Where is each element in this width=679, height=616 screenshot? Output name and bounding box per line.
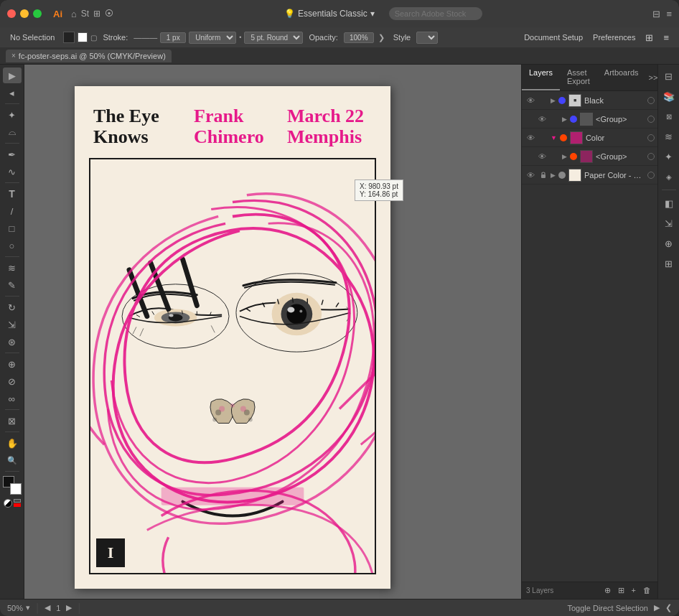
delete-layer-icon[interactable]: 🗑 xyxy=(641,585,653,596)
move-to-layer-icon[interactable]: ⊞ xyxy=(616,585,627,596)
chart-tool[interactable]: ⊠ xyxy=(3,413,22,429)
type-tool[interactable]: T xyxy=(3,186,22,202)
none-swatch[interactable] xyxy=(14,499,21,508)
more-icon[interactable]: ≡ xyxy=(666,9,672,19)
layer-color-group[interactable]: 👁 ▶ <Group> xyxy=(522,147,657,166)
stroke-value-input[interactable] xyxy=(160,32,186,43)
stroke-type-dropdown[interactable]: Uniform xyxy=(189,32,236,44)
transform-icon[interactable]: ⇲ xyxy=(660,215,678,232)
magic-wand-tool[interactable]: ✦ xyxy=(3,107,22,123)
right-icon-strip: ⊟ 📚 ⊠ ≋ ✦ ◈ ◧ ⇲ ⊕ ⊞ xyxy=(657,65,679,599)
arrange-icon[interactable]: ⊟ xyxy=(652,9,660,19)
layer-paper-color[interactable]: 👁 ▶ Paper Color - DO NOT PRINT xyxy=(522,166,657,185)
layer-color-visibility[interactable]: 👁 xyxy=(525,132,536,144)
search-stock-input[interactable] xyxy=(389,7,482,20)
broadcast-icon[interactable]: ⦿ xyxy=(105,9,113,19)
pen-tool[interactable]: ✒ xyxy=(3,146,22,162)
layer-color-group-expand[interactable]: ▶ xyxy=(562,153,567,160)
asset-export-tab[interactable]: Asset Export xyxy=(560,65,597,90)
color-mode-toggle[interactable] xyxy=(4,499,12,508)
selection-tool[interactable]: ▶ xyxy=(3,67,22,83)
layer-paper-visibility[interactable]: 👁 xyxy=(525,169,536,181)
tool-sep-6 xyxy=(5,353,19,353)
stroke-color-box[interactable] xyxy=(10,483,22,495)
layer-color-group-visibility[interactable]: 👁 xyxy=(536,151,548,162)
svg-line-26 xyxy=(246,309,250,312)
scale-tool[interactable]: ⇲ xyxy=(3,317,22,332)
direct-selection-tool[interactable]: ◂ xyxy=(3,85,22,101)
maximize-button[interactable] xyxy=(33,9,42,18)
curvature-tool[interactable]: ∿ xyxy=(3,164,22,179)
close-button[interactable] xyxy=(7,9,16,18)
line-segment-tool[interactable]: / xyxy=(3,203,22,219)
tab-close-icon[interactable]: × xyxy=(11,52,16,60)
appearance-icon[interactable]: ◧ xyxy=(660,195,678,212)
layer-color-expand[interactable]: ▼ xyxy=(551,134,557,141)
blend-tool[interactable]: ∞ xyxy=(3,391,22,406)
zoom-dropdown-icon[interactable]: ▾ xyxy=(26,603,30,612)
pathfinder-icon[interactable]: ⊕ xyxy=(660,235,678,252)
swatches-icon[interactable]: ⊠ xyxy=(660,108,678,125)
zoom-tool[interactable]: 🔍 xyxy=(3,452,22,468)
layer-black-group[interactable]: 👁 ▶ <Group> xyxy=(522,110,657,129)
layer-black-target[interactable] xyxy=(647,97,655,104)
no-selection-label: No Selection xyxy=(6,31,59,44)
symbols-icon[interactable]: ✦ xyxy=(660,148,678,165)
align-icon[interactable]: ⊞ xyxy=(660,255,678,272)
brush-dropdown[interactable]: 5 pt. Round xyxy=(244,32,303,44)
layer-black[interactable]: 👁 ▶ ■ Black xyxy=(522,91,657,110)
file-tab[interactable]: × fc-poster-seps.ai @ 50% (CMYK/Preview) xyxy=(6,50,172,62)
minimize-button[interactable] xyxy=(20,9,29,18)
svg-line-29 xyxy=(292,298,293,303)
essentials-dropdown[interactable]: 💡 Essentials Classic ▾ xyxy=(284,9,375,19)
layer-black-group-expand[interactable]: ▶ xyxy=(562,116,567,123)
libraries-icon[interactable]: St xyxy=(81,9,89,19)
layer-black-group-visibility[interactable]: 👁 xyxy=(536,113,548,125)
warp-tool[interactable]: ⊛ xyxy=(3,334,22,350)
rotate-tool[interactable]: ↻ xyxy=(3,299,22,315)
prefs-button[interactable]: Preferences xyxy=(589,31,640,44)
tool-sep-3 xyxy=(5,182,19,183)
layer-black-visibility[interactable]: 👁 xyxy=(525,95,536,106)
layer-paper-target[interactable] xyxy=(647,172,655,179)
doc-setup-button[interactable]: Document Setup xyxy=(520,31,587,44)
style-dropdown[interactable] xyxy=(416,32,438,44)
opacity-input[interactable] xyxy=(344,32,374,43)
layer-color[interactable]: 👁 ▼ Color xyxy=(522,129,657,147)
artboards-tab[interactable]: Artboards xyxy=(597,65,646,90)
new-layer-icon[interactable]: + xyxy=(629,585,638,596)
libraries-panel-icon[interactable]: 📚 xyxy=(660,88,678,105)
fill-swatch[interactable] xyxy=(63,32,75,43)
rect-tool[interactable]: □ xyxy=(3,220,22,236)
overflow-menu-icon[interactable]: ≡ xyxy=(659,30,673,45)
lasso-tool[interactable]: ⌓ xyxy=(3,124,22,140)
status-sep-2: | xyxy=(78,602,80,615)
ellipse-tool[interactable]: ○ xyxy=(3,238,22,253)
brushes-icon[interactable]: ≋ xyxy=(660,128,678,145)
action-expand-icon[interactable]: ❮ xyxy=(665,603,672,612)
paintbrush-tool[interactable]: ≋ xyxy=(3,260,22,276)
hand-tool[interactable]: ✋ xyxy=(3,435,22,451)
eyedropper-tool[interactable]: ⊘ xyxy=(3,373,22,389)
stroke-swatch[interactable] xyxy=(78,32,88,42)
layer-black-expand[interactable]: ▶ xyxy=(551,97,556,104)
svg-line-32 xyxy=(336,303,339,307)
canvas-area[interactable]: The EyeKnows FrankChimero March 22Memphi… xyxy=(24,65,521,599)
layer-color-group-target[interactable] xyxy=(647,153,655,160)
grid-icon[interactable]: ⊞ xyxy=(93,9,100,19)
layer-black-group-target[interactable] xyxy=(647,116,655,123)
arrange-panels-icon[interactable]: ⊞ xyxy=(641,30,657,45)
width-tool[interactable]: ⊕ xyxy=(3,356,22,372)
main-area: ▶ ◂ ✦ ⌓ ✒ ∿ T / □ ○ ≋ ✎ ↻ ⇲ ⊛ ⊕ ⊘ ∞ ⊠ ✋ … xyxy=(0,65,679,599)
pencil-tool[interactable]: ✎ xyxy=(3,277,22,293)
layers-tab[interactable]: Layers xyxy=(522,65,560,90)
lock-icon xyxy=(540,172,547,179)
layer-paper-expand[interactable]: ▶ xyxy=(551,172,556,179)
graphic-styles-icon[interactable]: ◈ xyxy=(660,168,678,185)
layer-black-name: Black xyxy=(584,96,645,105)
properties-icon[interactable]: ⊟ xyxy=(660,67,678,85)
home-icon[interactable]: ⌂ xyxy=(71,9,77,19)
layer-color-target[interactable] xyxy=(647,134,655,141)
artboard-nav-right[interactable]: ▶ xyxy=(66,603,72,612)
make-sublayer-icon[interactable]: ⊕ xyxy=(602,585,613,596)
